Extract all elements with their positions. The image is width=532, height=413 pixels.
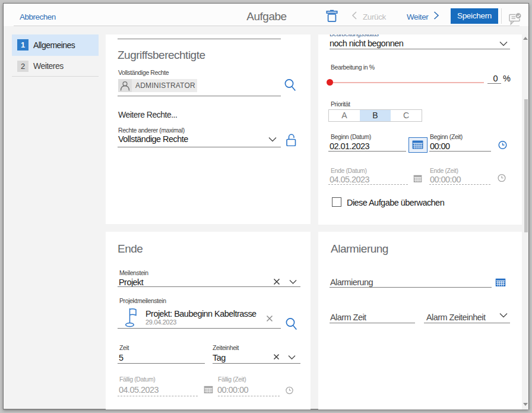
due-date-underline xyxy=(118,396,198,396)
next-button[interactable]: Weiter xyxy=(407,12,428,21)
monitor-checkbox-label[interactable]: Diese Aufgabe überwachen xyxy=(347,197,444,208)
calendar-icon xyxy=(204,385,213,394)
priority-option-a[interactable]: A xyxy=(329,110,360,121)
due-date-input-disabled: 04.05.2023 xyxy=(119,385,159,395)
scrollbar-thumb[interactable] xyxy=(524,99,528,232)
chevron-down-icon[interactable] xyxy=(268,137,277,142)
clock-icon xyxy=(498,174,506,182)
cancel-button[interactable]: Abbrechen xyxy=(20,12,56,21)
time-unit-label: Zeiteinheit xyxy=(213,344,239,351)
progress-value[interactable]: 0 xyxy=(486,74,498,84)
progress-unit: % xyxy=(503,74,510,84)
alarm-input[interactable]: Alarmierung xyxy=(330,278,373,288)
begin-date-input[interactable]: 02.01.2023 xyxy=(330,141,369,152)
begin-time-underline xyxy=(429,151,491,152)
chevron-left-icon xyxy=(352,11,357,20)
access-card-heading: Zugriffsberechtigte xyxy=(118,49,205,62)
trash-icon[interactable] xyxy=(326,10,338,24)
user-chip[interactable]: ADMINISTRATOR xyxy=(118,79,197,92)
form-scroll-area: Zugriffsberechtigte Vollständige Rechte … xyxy=(102,34,522,409)
task-dialog: Abbrechen Aufgabe Zurück Weiter Speicher… xyxy=(3,3,529,409)
progress-slider-handle[interactable] xyxy=(327,79,333,86)
due-date-label: Fällig (Datum) xyxy=(119,376,155,383)
full-rights-label: Vollständige Rechte xyxy=(118,69,169,76)
alarm-unit-underline xyxy=(424,323,510,323)
time-label: Zeit xyxy=(119,344,129,351)
clear-x-icon[interactable] xyxy=(266,315,273,322)
sidebar-item-label: Weiteres xyxy=(33,56,64,77)
clock-icon[interactable] xyxy=(498,140,507,150)
calendar-icon[interactable] xyxy=(495,278,506,287)
end-date-underline xyxy=(328,184,408,185)
time-unit-underline xyxy=(213,363,300,364)
search-icon[interactable] xyxy=(285,317,297,331)
sidebar-item-number: 2 xyxy=(17,61,28,72)
scrollbar-down-arrow-icon[interactable] xyxy=(523,403,528,406)
priority-option-c[interactable]: C xyxy=(391,110,422,121)
alarm-card-heading: Alarmierung xyxy=(331,242,388,256)
dialog-title: Aufgabe xyxy=(231,10,302,23)
chevron-down-icon[interactable] xyxy=(499,313,508,318)
clear-x-icon[interactable] xyxy=(273,354,280,360)
clock-icon xyxy=(286,386,293,395)
priority-label: Priorität xyxy=(331,100,350,108)
alarm-unit-select[interactable]: Alarm Zeiteinheit xyxy=(426,313,485,323)
sidebar-item-allgemeines[interactable]: 1 Allgemeines xyxy=(12,34,99,56)
save-button[interactable]: Speichern xyxy=(451,8,498,24)
project-milestone-label: Projektmeilenstein xyxy=(119,297,166,304)
time-input[interactable]: 5 xyxy=(119,353,124,363)
max-rights-label: Rechte anderer (maximal) xyxy=(118,127,185,134)
priority-option-b[interactable]: B xyxy=(360,110,391,121)
milestone-label: Meilenstein xyxy=(119,269,148,276)
begin-date-picker-button[interactable] xyxy=(408,137,428,153)
status-label: Bearbeitungsstatus xyxy=(330,34,379,37)
begin-time-label: Beginn (Zeit) xyxy=(430,133,463,140)
comment-check-icon[interactable] xyxy=(505,9,523,26)
end-time-label: Ende (Zeit) xyxy=(430,167,458,174)
max-rights-underline xyxy=(118,147,281,147)
chevron-right-icon xyxy=(433,11,439,20)
end-time-underline xyxy=(429,184,490,185)
due-time-underline xyxy=(218,396,280,396)
begin-time-input[interactable]: 00:00 xyxy=(430,141,450,152)
alarm-time-input[interactable]: Alarm Zeit xyxy=(330,313,366,323)
project-milestone-underline xyxy=(118,328,281,329)
back-button[interactable]: Zurück xyxy=(363,12,386,21)
monitor-checkbox[interactable] xyxy=(332,197,341,207)
begin-date-underline xyxy=(328,151,406,152)
chip-icon-zone xyxy=(118,79,132,92)
sidebar-item-label: Allgemeines xyxy=(33,34,75,56)
end-time-input-disabled: 00:00:00 xyxy=(430,175,461,185)
lock-open-icon xyxy=(286,134,296,146)
status-underline xyxy=(330,49,510,49)
alarm-time-underline xyxy=(330,323,415,323)
end-date-input-disabled: 04.05.2023 xyxy=(330,175,369,185)
chevron-down-icon[interactable] xyxy=(288,355,296,360)
milestone-underline xyxy=(118,286,300,287)
calendar-icon xyxy=(413,174,422,183)
chevron-down-icon[interactable] xyxy=(289,279,297,285)
search-icon[interactable] xyxy=(284,78,296,92)
scrollbar-up-arrow-icon[interactable] xyxy=(523,37,528,40)
sidebar-item-weiteres[interactable]: 2 Weiteres xyxy=(12,56,99,77)
progress-label: Bearbeitung in % xyxy=(331,64,375,71)
progress-slider-track[interactable] xyxy=(327,82,484,83)
header-separator xyxy=(14,26,520,26)
more-rights-link[interactable]: Weitere Rechte... xyxy=(118,110,177,119)
status-select[interactable]: noch nicht begonnen xyxy=(330,39,403,49)
begin-date-label: Beginn (Datum) xyxy=(331,133,371,140)
progress-value-underline xyxy=(487,83,501,84)
end-date-label: Ende (Datum) xyxy=(331,167,367,174)
clear-x-icon[interactable] xyxy=(273,278,280,285)
project-milestone-value[interactable]: Projekt: Baubeginn Kabeltrasse xyxy=(145,309,256,319)
due-time-input-disabled: 00:00:00 xyxy=(217,385,248,395)
max-rights-select[interactable]: Vollständige Rechte xyxy=(118,134,188,144)
time-unit-select[interactable]: Tag xyxy=(213,353,226,363)
due-time-label: Fällig (Zeit) xyxy=(218,376,246,383)
alarm-underline xyxy=(330,287,492,288)
header-divider xyxy=(501,8,502,24)
chevron-down-icon[interactable] xyxy=(499,41,508,46)
flag-milestone-icon xyxy=(124,307,137,327)
project-milestone-date: 29.04.2023 xyxy=(145,319,176,326)
cut-field-underline xyxy=(118,39,281,39)
